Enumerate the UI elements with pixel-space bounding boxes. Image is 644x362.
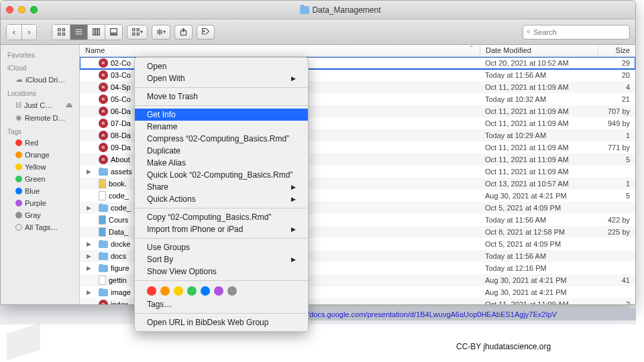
- disclosure-triangle-icon[interactable]: ▶: [87, 265, 91, 272]
- disclosure-triangle-icon[interactable]: ▶: [87, 289, 91, 296]
- back-button[interactable]: ‹: [7, 25, 21, 40]
- sidebar-tag[interactable]: Red: [1, 137, 79, 149]
- forward-button[interactable]: ›: [21, 25, 36, 40]
- svg-rect-11: [111, 34, 112, 36]
- file-date-cell: Today at 10:29 AM: [480, 131, 598, 139]
- file-name: book.: [109, 180, 127, 188]
- icon-view-button[interactable]: [52, 25, 70, 40]
- close-icon[interactable]: [6, 6, 13, 13]
- sidebar-tag[interactable]: Purple: [1, 197, 79, 209]
- menu-bibdesk[interactable]: Open URL in BibDesk Web Group: [135, 316, 308, 328]
- menu-copy[interactable]: Copy “02-Computing_Basics.Rmd”: [135, 211, 308, 223]
- file-name: 03-Co: [111, 71, 131, 79]
- attribution-text: CC-BY jhudatascience.org: [456, 342, 551, 351]
- disclosure-triangle-icon[interactable]: ▶: [87, 253, 91, 259]
- menu-sort[interactable]: Sort By: [135, 253, 308, 265]
- finder-window: Data_Management ‹ › ▾ ✻ ▾ Favorites iClo…: [0, 0, 636, 305]
- sidebar-tag[interactable]: Orange: [1, 149, 79, 161]
- search-input[interactable]: [533, 28, 626, 36]
- menu-viewopts[interactable]: Show View Options: [135, 265, 308, 278]
- menu-trash[interactable]: Move to Trash: [135, 90, 308, 103]
- disclosure-triangle-icon[interactable]: ▶: [87, 168, 91, 175]
- url-text: ://docs.google.com/presentation/d/1B4Lwu…: [301, 308, 636, 320]
- menu-open[interactable]: Open: [135, 60, 308, 72]
- menu-compress[interactable]: Compress “02-Computing_Basics.Rmd”: [135, 133, 308, 145]
- menu-quicklook[interactable]: Quick Look “02-Computing_Basics.Rmd”: [135, 169, 308, 181]
- column-name[interactable]: Name: [80, 45, 466, 56]
- file-size-cell: 29: [598, 59, 635, 67]
- file-size-cell: 422 by: [598, 216, 635, 224]
- sidebar-tag[interactable]: Blue: [1, 185, 79, 197]
- gallery-view-button[interactable]: [105, 25, 122, 40]
- rmd-icon: R: [99, 300, 108, 304]
- menu-alias[interactable]: Make Alias: [135, 157, 308, 169]
- tag-color-button[interactable]: [187, 286, 197, 296]
- tags-button[interactable]: [197, 25, 215, 40]
- file-name: 05-Co: [111, 95, 131, 103]
- rmd-icon: R: [99, 131, 108, 140]
- file-date-cell: Oct 5, 2021 at 4:09 PM: [480, 240, 598, 248]
- rmd-icon: R: [99, 107, 108, 116]
- menu-rename[interactable]: Rename: [135, 121, 308, 133]
- sidebar-item-icloud[interactable]: ☁︎iCloud Dri…: [1, 73, 79, 86]
- column-date[interactable]: Date Modified: [480, 45, 598, 56]
- file-date-cell: Oct 11, 2021 at 11:09 AM: [480, 143, 598, 152]
- tag-color-button[interactable]: [227, 286, 237, 296]
- rmd-icon: R: [99, 70, 108, 80]
- menu-get-info[interactable]: Get Info: [135, 109, 308, 121]
- tag-color-button[interactable]: [160, 286, 170, 296]
- file-date-cell: Today at 11:56 AM: [480, 71, 598, 79]
- sidebar-tag[interactable]: Gray: [1, 209, 79, 221]
- tag-color-button[interactable]: [201, 286, 210, 296]
- folder-icon: [99, 241, 108, 248]
- menu-duplicate[interactable]: Duplicate: [135, 145, 308, 157]
- folder-icon: [99, 204, 108, 212]
- menu-open-with[interactable]: Open With: [135, 72, 308, 84]
- column-view-button[interactable]: [87, 25, 105, 40]
- share-button[interactable]: [174, 25, 193, 40]
- file-name: index.: [111, 300, 130, 304]
- tag-color-button[interactable]: [147, 286, 156, 296]
- disclosure-triangle-icon[interactable]: ▶: [87, 204, 91, 211]
- list-view-button[interactable]: [70, 25, 87, 40]
- folder-icon: [99, 265, 108, 272]
- file-size-cell: 949 by: [598, 119, 635, 127]
- tag-dot-icon: [15, 212, 22, 219]
- sidebar-tag[interactable]: Green: [1, 173, 79, 185]
- file-size-cell: 1: [598, 131, 635, 139]
- file-date-cell: Oct 5, 2021 at 4:09 PM: [480, 204, 598, 212]
- file-name: assets: [111, 168, 132, 176]
- svg-line-22: [529, 32, 531, 34]
- tag-color-button[interactable]: [174, 286, 183, 296]
- file-size-cell: 707 by: [598, 107, 635, 115]
- menu-share[interactable]: Share: [135, 181, 308, 193]
- file-icon: [99, 191, 106, 200]
- sidebar-tag[interactable]: Yellow: [1, 161, 79, 173]
- file-name: 04-Sp: [111, 83, 130, 91]
- file-date-cell: Today at 11:56 AM: [480, 252, 598, 260]
- search-field[interactable]: [523, 25, 630, 40]
- menu-import[interactable]: Import from iPhone or iPad: [135, 223, 308, 235]
- menu-groups[interactable]: Use Groups: [135, 241, 308, 253]
- menu-quick-actions[interactable]: Quick Actions: [135, 193, 308, 205]
- sidebar-item-label: Red: [25, 139, 38, 147]
- sidebar-item-volume[interactable]: ⊟Just C… ⏏︎: [1, 99, 79, 111]
- column-size[interactable]: Size: [598, 45, 635, 56]
- tag-color-button[interactable]: [214, 286, 223, 296]
- titlebar: Data_Management: [1, 1, 635, 19]
- minimize-icon[interactable]: [18, 6, 25, 13]
- svg-rect-16: [137, 29, 139, 31]
- file-name: figure: [111, 264, 129, 272]
- tag-dot-icon: [15, 152, 22, 158]
- svg-rect-15: [133, 33, 135, 35]
- rproj-icon: [99, 227, 106, 237]
- file-date-cell: Aug 30, 2021 at 4:21 PM: [480, 276, 598, 284]
- sidebar-item-remote[interactable]: ◉Remote D…: [1, 111, 79, 124]
- menu-tags[interactable]: Tags…: [135, 298, 308, 310]
- disclosure-triangle-icon[interactable]: ▶: [87, 241, 91, 247]
- file-date-cell: Oct 11, 2021 at 11:09 AM: [480, 156, 598, 164]
- zoom-icon[interactable]: [30, 6, 38, 13]
- group-button[interactable]: ▾: [127, 25, 148, 40]
- sidebar-item-all-tags[interactable]: All Tags…: [1, 221, 79, 233]
- action-button[interactable]: ✻ ▾: [152, 25, 170, 40]
